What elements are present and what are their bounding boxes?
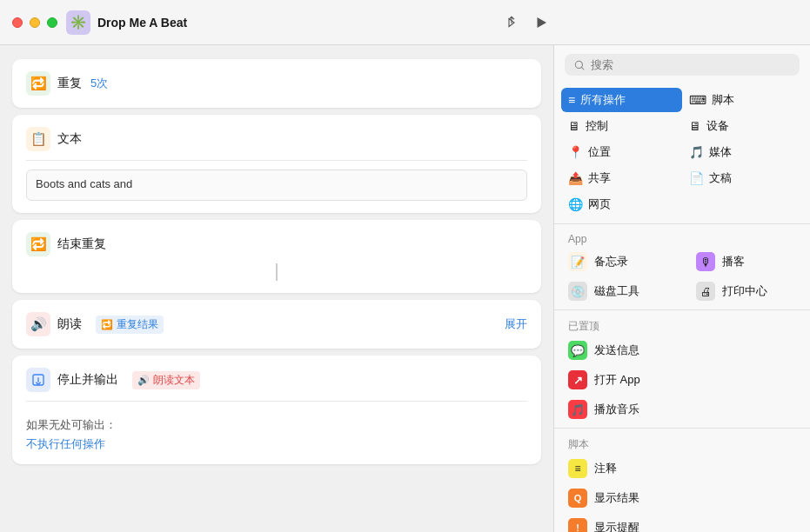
app-item-disk[interactable]: 💿 磁盘工具 [554,276,682,306]
category-device[interactable]: 🖥 设备 [682,114,803,138]
close-button[interactable] [12,17,23,28]
show-result-label: 显示结果 [594,490,639,506]
maximize-button[interactable] [47,17,57,28]
stop-output-body: 如果无处可输出： 不执行任何操作 [26,401,527,452]
text-title: 文本 [57,131,82,147]
svg-marker-2 [538,17,547,28]
text-icon: 📋 [26,127,50,151]
no-action-link[interactable]: 不执行任何操作 [26,436,527,452]
repeat-badge[interactable]: 5次 [90,76,108,91]
titlebar: ✳️ Drop Me A Beat [0,0,810,45]
text-card-body: Boots and cats and [26,160,527,201]
category-script[interactable]: ⌨ 脚本 [682,88,803,112]
show-alert-label: 显示提醒 [594,520,639,532]
messages-label: 发送信息 [594,342,639,358]
stop-output-header: 停止并输出 🔊 朗读文本 [26,368,527,392]
open-app-icon: ↗ [568,370,587,389]
output-tag[interactable]: 🔊 朗读文本 [132,371,200,389]
category-document[interactable]: 📄 文稿 [682,166,803,190]
category-all[interactable]: ≡ 所有操作 [561,88,682,112]
search-input[interactable] [591,58,791,71]
messages-icon: 💬 [568,341,587,360]
pinned-open-app[interactable]: ↗ 打开 App [554,365,810,395]
app-item-print[interactable]: 🖨 打印中心 [682,276,810,306]
notes-icon: 📝 [568,252,587,271]
print-icon: 🖨 [696,282,715,301]
speak-title: 朗读 [57,316,82,332]
pinned-section-label: 已置顶 [554,314,810,336]
category-control-label: 控制 [586,118,608,134]
repeat-title: 重复 [57,76,82,91]
control-icon: 🖥 [568,119,580,133]
category-all-label: 所有操作 [580,92,626,108]
category-grid: ≡ 所有操作 ⌨ 脚本 🖥 控制 🖥 设备 📍 位置 🎵 媒体 📤 共享 📄 [554,84,810,220]
pinned-music[interactable]: 🎵 播放音乐 [554,395,810,424]
speak-card: 🔊 朗读 🔁 重复结果 展开 [12,300,541,349]
window-title: Drop Me A Beat [97,16,187,30]
stop-output-title: 停止并输出 [57,372,118,388]
text-input[interactable]: Boots and cats and [26,170,527,201]
open-app-label: 打开 App [594,372,640,388]
category-device-label: 设备 [706,118,729,134]
minimize-button[interactable] [30,17,40,28]
music-label: 播放音乐 [594,402,639,417]
app-items-grid: 📝 备忘录 🎙 播客 💿 磁盘工具 🖨 打印中心 [554,247,810,306]
end-repeat-icon: 🔁 [26,232,50,256]
category-media[interactable]: 🎵 媒体 [682,140,803,164]
expand-button[interactable]: 展开 [505,316,527,332]
category-share[interactable]: 📤 共享 [561,166,682,190]
speak-icon: 🔊 [26,312,50,336]
search-icon [573,59,586,71]
print-label: 打印中心 [722,283,767,299]
app-item-notes[interactable]: 📝 备忘录 [554,247,682,276]
category-media-label: 媒体 [709,144,732,160]
end-repeat-title: 结束重复 [57,236,106,252]
show-result-icon: Q [568,489,587,508]
divider-2 [554,309,810,310]
play-icon[interactable] [533,15,549,30]
share-cat-icon: 📤 [568,171,583,185]
repeat-card: 🔁 重复 5次 [12,59,541,108]
script-show-alert[interactable]: ! 显示提醒 [554,513,810,532]
script-section-label: 脚本 [554,432,810,454]
document-icon: 📄 [689,171,704,185]
music-icon: 🎵 [568,400,587,419]
text-card-header: 📋 文本 [26,127,527,151]
repeat-card-header: 🔁 重复 5次 [26,71,527,96]
pinned-messages[interactable]: 💬 发送信息 [554,336,810,365]
app-icon: ✳️ [66,10,90,35]
category-location-label: 位置 [588,144,611,160]
titlebar-actions [504,15,549,30]
category-web-label: 网页 [588,196,611,212]
search-bar[interactable] [565,54,800,76]
app-item-podcast[interactable]: 🎙 播客 [682,247,810,276]
show-alert-icon: ! [568,518,587,532]
sidebar: ≡ 所有操作 ⌨ 脚本 🖥 控制 🖥 设备 📍 位置 🎵 媒体 📤 共享 📄 [553,0,810,532]
output-tag-container: 🔊 朗读文本 [132,371,200,389]
device-icon: 🖥 [689,119,701,133]
text-card: 📋 文本 Boots and cats and [12,115,541,213]
disk-icon: 💿 [568,282,587,301]
comment-icon: ≡ [568,459,587,478]
category-control[interactable]: 🖥 控制 [561,114,682,138]
speak-card-row: 🔊 朗读 🔁 重复结果 展开 [26,312,527,336]
window-controls[interactable] [0,17,57,28]
repeat-icon: 🔁 [26,71,50,96]
category-location[interactable]: 📍 位置 [561,140,682,164]
main-content: 🔁 重复 5次 📋 文本 Boots and cats and 🔁 结束重复 [0,45,553,532]
disk-label: 磁盘工具 [594,283,639,299]
share-icon[interactable] [504,15,519,30]
stop-output-icon [26,368,50,392]
category-web[interactable]: 🌐 网页 [561,192,682,216]
svg-point-7 [575,61,582,68]
divider-1 [554,223,810,224]
divider-line [276,263,278,281]
speak-header: 🔊 朗读 🔁 重复结果 [26,312,164,336]
category-script-label: 脚本 [712,92,734,108]
script-icon: ⌨ [689,93,706,107]
script-show-result[interactable]: Q 显示结果 [554,483,810,513]
speak-tag[interactable]: 🔁 重复结果 [96,316,164,334]
speak-tag-container: 🔁 重复结果 [96,316,164,334]
output-tag-label: 朗读文本 [153,373,195,388]
script-comment[interactable]: ≡ 注释 [554,454,810,483]
